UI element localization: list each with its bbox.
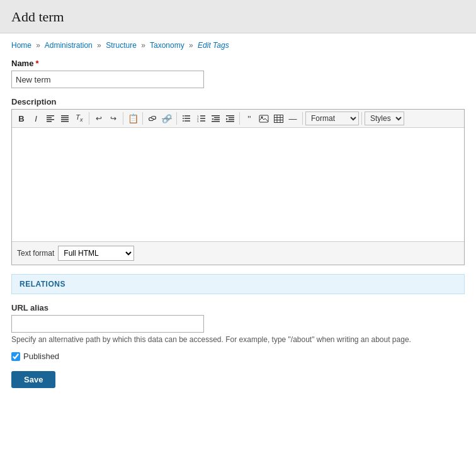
toolbar-sep-4 (176, 112, 177, 125)
name-input[interactable] (11, 71, 204, 88)
toolbar-sep-1 (89, 112, 89, 125)
paste-icon: 📋 (128, 113, 139, 123)
breadcrumb-home[interactable]: Home (11, 41, 31, 50)
italic-button[interactable]: I (29, 112, 43, 125)
svg-rect-29 (226, 121, 234, 122)
svg-rect-3 (47, 121, 52, 122)
image-button[interactable] (257, 112, 271, 125)
svg-rect-0 (47, 115, 54, 117)
justify-button[interactable] (58, 112, 72, 125)
svg-rect-27 (229, 117, 234, 118)
link-button[interactable] (145, 112, 159, 125)
toolbar-sep-2 (123, 112, 123, 125)
svg-rect-6 (61, 119, 69, 120)
ordered-list-icon: 1. 2. 3. (197, 115, 205, 122)
unlink-button[interactable]: 🔗 (160, 112, 174, 125)
outdent-button[interactable] (208, 112, 222, 125)
url-alias-input[interactable] (11, 315, 204, 333)
name-field-group: Name* (11, 59, 465, 88)
url-alias-label: URL alias (11, 303, 465, 312)
description-label: Description (11, 97, 465, 106)
svg-rect-14 (184, 120, 190, 122)
text-format-select[interactable]: Full HTML Basic HTML Plain text Restrict… (58, 246, 134, 261)
clear-format-icon: Tx (76, 113, 82, 123)
unordered-list-button[interactable] (179, 112, 193, 125)
svg-marker-25 (212, 118, 213, 120)
table-icon (274, 115, 283, 123)
name-label: Name* (11, 59, 465, 68)
paste-button[interactable]: 📋 (126, 112, 140, 125)
relations-header: RELATIONS (12, 275, 464, 294)
svg-rect-18 (200, 118, 205, 119)
breadcrumb-sep-3: » (141, 41, 145, 50)
published-checkbox[interactable] (11, 352, 20, 361)
toolbar-sep-7 (361, 112, 362, 125)
page-title: Add term (11, 9, 465, 25)
breadcrumb-structure[interactable]: Structure (106, 41, 137, 50)
text-format-label: Text format (17, 249, 54, 258)
breadcrumb-sep-1: » (36, 41, 40, 50)
indent-icon (226, 115, 234, 122)
svg-rect-20 (200, 120, 205, 122)
undo-button[interactable]: ↩ (92, 112, 106, 125)
breadcrumb: Home » Administration » Structure » Taxo… (11, 41, 465, 50)
justify-icon (61, 115, 69, 122)
description-field-group: Description B I (11, 97, 465, 265)
svg-rect-28 (229, 119, 234, 120)
save-button[interactable]: Save (11, 371, 55, 388)
link-icon (148, 115, 157, 122)
unlink-icon: 🔗 (162, 114, 172, 123)
outdent-icon (212, 115, 220, 122)
editor-body[interactable] (12, 128, 464, 241)
align-left-icon (47, 115, 54, 122)
breadcrumb-taxonomy[interactable]: Taxonomy (150, 41, 184, 50)
svg-marker-30 (226, 118, 228, 120)
svg-rect-4 (61, 115, 69, 117)
svg-rect-10 (184, 115, 190, 117)
breadcrumb-sep-2: » (97, 41, 101, 50)
indent-button[interactable] (223, 112, 237, 125)
svg-rect-12 (184, 118, 190, 119)
svg-rect-33 (274, 115, 283, 122)
svg-rect-24 (212, 121, 220, 122)
svg-rect-22 (214, 117, 220, 118)
toolbar-sep-5 (239, 112, 240, 125)
svg-text:3.: 3. (197, 120, 199, 122)
published-label[interactable]: Published (23, 352, 59, 361)
format-dropdown[interactable]: Format Heading 1 Heading 2 Heading 3 Nor… (305, 112, 359, 125)
content-area: Home » Administration » Structure » Taxo… (0, 33, 476, 401)
bold-button[interactable]: B (14, 112, 28, 125)
svg-rect-2 (47, 119, 54, 120)
svg-rect-21 (212, 115, 220, 117)
breadcrumb-administration[interactable]: Administration (45, 41, 93, 50)
editor-toolbar: B I (12, 110, 464, 128)
unordered-list-icon (183, 115, 191, 122)
page-header: Add term (0, 0, 476, 33)
styles-dropdown[interactable]: Styles (365, 112, 404, 125)
blockquote-button[interactable]: " (242, 112, 256, 125)
published-row: Published (11, 352, 465, 361)
url-alias-help: Specify an alternative path by which thi… (11, 335, 452, 344)
toolbar-sep-3 (142, 112, 143, 125)
redo-button[interactable]: ↪ (106, 112, 120, 125)
svg-point-11 (183, 118, 184, 119)
svg-rect-16 (200, 115, 205, 117)
breadcrumb-edit-tags[interactable]: Edit Tags (198, 41, 229, 50)
editor-wrapper: B I (11, 109, 465, 265)
svg-rect-7 (61, 121, 69, 122)
url-alias-section: URL alias Specify an alternative path by… (11, 303, 465, 344)
align-left-button[interactable] (43, 112, 57, 125)
svg-point-9 (183, 115, 184, 117)
relations-section: RELATIONS (11, 274, 465, 294)
svg-rect-23 (214, 119, 220, 120)
image-icon (259, 115, 269, 123)
ordered-list-button[interactable]: 1. 2. 3. (194, 112, 208, 125)
clear-format-button[interactable]: Tx (72, 112, 86, 125)
svg-rect-5 (61, 117, 69, 118)
editor-footer: Text format Full HTML Basic HTML Plain t… (12, 241, 464, 265)
hrule-button[interactable]: — (286, 112, 300, 125)
table-button[interactable] (271, 112, 285, 125)
svg-rect-1 (47, 117, 52, 118)
breadcrumb-sep-4: » (189, 41, 193, 50)
toolbar-sep-6 (302, 112, 303, 125)
